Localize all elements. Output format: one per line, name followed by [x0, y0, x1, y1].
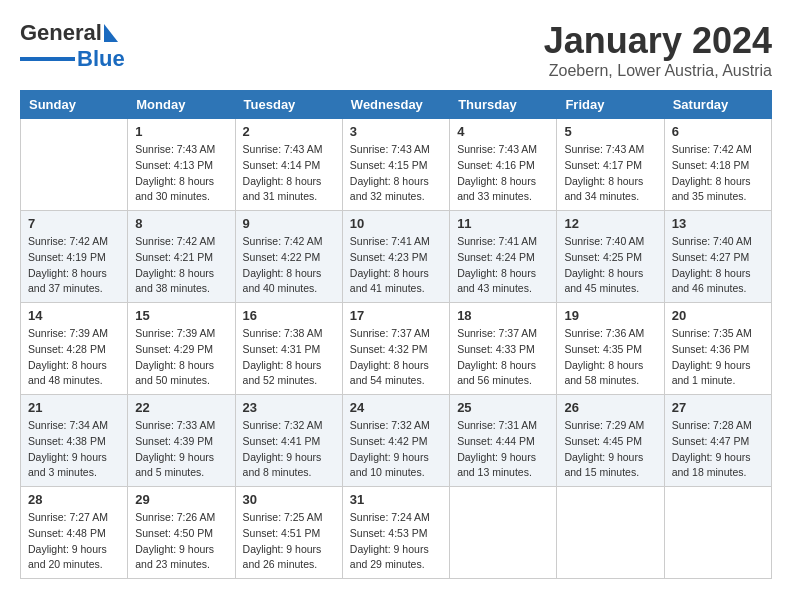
- month-title: January 2024: [544, 20, 772, 62]
- sunset: Sunset: 4:45 PM: [564, 435, 642, 447]
- sunset: Sunset: 4:36 PM: [672, 343, 750, 355]
- day-info: Sunrise: 7:32 AM Sunset: 4:41 PM Dayligh…: [243, 418, 335, 481]
- day-number: 31: [350, 492, 442, 507]
- sunrise: Sunrise: 7:39 AM: [28, 327, 108, 339]
- calendar-cell: 8 Sunrise: 7:42 AM Sunset: 4:21 PM Dayli…: [128, 211, 235, 303]
- day-number: 13: [672, 216, 764, 231]
- day-number: 25: [457, 400, 549, 415]
- sunrise: Sunrise: 7:32 AM: [243, 419, 323, 431]
- day-number: 4: [457, 124, 549, 139]
- week-row-5: 28 Sunrise: 7:27 AM Sunset: 4:48 PM Dayl…: [21, 487, 772, 579]
- logo: General Blue: [20, 20, 125, 72]
- day-info: Sunrise: 7:43 AM Sunset: 4:15 PM Dayligh…: [350, 142, 442, 205]
- col-monday: Monday: [128, 91, 235, 119]
- sunrise: Sunrise: 7:34 AM: [28, 419, 108, 431]
- day-number: 23: [243, 400, 335, 415]
- calendar-cell: 9 Sunrise: 7:42 AM Sunset: 4:22 PM Dayli…: [235, 211, 342, 303]
- daylight: Daylight: 8 hours and 37 minutes.: [28, 267, 107, 295]
- calendar-cell: 5 Sunrise: 7:43 AM Sunset: 4:17 PM Dayli…: [557, 119, 664, 211]
- day-info: Sunrise: 7:37 AM Sunset: 4:32 PM Dayligh…: [350, 326, 442, 389]
- sunrise: Sunrise: 7:42 AM: [28, 235, 108, 247]
- sunrise: Sunrise: 7:41 AM: [457, 235, 537, 247]
- sunset: Sunset: 4:25 PM: [564, 251, 642, 263]
- day-number: 10: [350, 216, 442, 231]
- day-info: Sunrise: 7:34 AM Sunset: 4:38 PM Dayligh…: [28, 418, 120, 481]
- sunset: Sunset: 4:28 PM: [28, 343, 106, 355]
- calendar-cell: 1 Sunrise: 7:43 AM Sunset: 4:13 PM Dayli…: [128, 119, 235, 211]
- calendar-cell: 3 Sunrise: 7:43 AM Sunset: 4:15 PM Dayli…: [342, 119, 449, 211]
- day-info: Sunrise: 7:39 AM Sunset: 4:29 PM Dayligh…: [135, 326, 227, 389]
- calendar-cell: 21 Sunrise: 7:34 AM Sunset: 4:38 PM Dayl…: [21, 395, 128, 487]
- sunrise: Sunrise: 7:43 AM: [135, 143, 215, 155]
- title-block: January 2024 Zoebern, Lower Austria, Aus…: [544, 20, 772, 80]
- sunrise: Sunrise: 7:43 AM: [564, 143, 644, 155]
- daylight: Daylight: 9 hours and 23 minutes.: [135, 543, 214, 571]
- sunrise: Sunrise: 7:29 AM: [564, 419, 644, 431]
- col-thursday: Thursday: [450, 91, 557, 119]
- day-info: Sunrise: 7:43 AM Sunset: 4:14 PM Dayligh…: [243, 142, 335, 205]
- sunset: Sunset: 4:15 PM: [350, 159, 428, 171]
- day-info: Sunrise: 7:43 AM Sunset: 4:13 PM Dayligh…: [135, 142, 227, 205]
- day-number: 27: [672, 400, 764, 415]
- day-number: 5: [564, 124, 656, 139]
- day-number: 2: [243, 124, 335, 139]
- sunset: Sunset: 4:35 PM: [564, 343, 642, 355]
- sunset: Sunset: 4:42 PM: [350, 435, 428, 447]
- calendar-cell: 11 Sunrise: 7:41 AM Sunset: 4:24 PM Dayl…: [450, 211, 557, 303]
- day-number: 11: [457, 216, 549, 231]
- daylight: Daylight: 9 hours and 5 minutes.: [135, 451, 214, 479]
- sunrise: Sunrise: 7:38 AM: [243, 327, 323, 339]
- calendar-cell: 20 Sunrise: 7:35 AM Sunset: 4:36 PM Dayl…: [664, 303, 771, 395]
- sunrise: Sunrise: 7:43 AM: [350, 143, 430, 155]
- daylight: Daylight: 8 hours and 48 minutes.: [28, 359, 107, 387]
- day-number: 26: [564, 400, 656, 415]
- daylight: Daylight: 8 hours and 32 minutes.: [350, 175, 429, 203]
- sunset: Sunset: 4:53 PM: [350, 527, 428, 539]
- day-number: 3: [350, 124, 442, 139]
- calendar-cell: 29 Sunrise: 7:26 AM Sunset: 4:50 PM Dayl…: [128, 487, 235, 579]
- sunrise: Sunrise: 7:33 AM: [135, 419, 215, 431]
- sunrise: Sunrise: 7:40 AM: [564, 235, 644, 247]
- calendar-cell: 19 Sunrise: 7:36 AM Sunset: 4:35 PM Dayl…: [557, 303, 664, 395]
- logo-blue-text: Blue: [77, 46, 125, 72]
- day-info: Sunrise: 7:33 AM Sunset: 4:39 PM Dayligh…: [135, 418, 227, 481]
- sunset: Sunset: 4:48 PM: [28, 527, 106, 539]
- calendar-cell: 7 Sunrise: 7:42 AM Sunset: 4:19 PM Dayli…: [21, 211, 128, 303]
- day-number: 6: [672, 124, 764, 139]
- calendar-cell: 4 Sunrise: 7:43 AM Sunset: 4:16 PM Dayli…: [450, 119, 557, 211]
- sunrise: Sunrise: 7:35 AM: [672, 327, 752, 339]
- week-row-3: 14 Sunrise: 7:39 AM Sunset: 4:28 PM Dayl…: [21, 303, 772, 395]
- day-number: 24: [350, 400, 442, 415]
- sunset: Sunset: 4:14 PM: [243, 159, 321, 171]
- calendar-cell: 17 Sunrise: 7:37 AM Sunset: 4:32 PM Dayl…: [342, 303, 449, 395]
- calendar-cell: 10 Sunrise: 7:41 AM Sunset: 4:23 PM Dayl…: [342, 211, 449, 303]
- sunrise: Sunrise: 7:36 AM: [564, 327, 644, 339]
- sunrise: Sunrise: 7:24 AM: [350, 511, 430, 523]
- sunset: Sunset: 4:44 PM: [457, 435, 535, 447]
- sunrise: Sunrise: 7:39 AM: [135, 327, 215, 339]
- calendar-cell: 2 Sunrise: 7:43 AM Sunset: 4:14 PM Dayli…: [235, 119, 342, 211]
- day-number: 16: [243, 308, 335, 323]
- sunset: Sunset: 4:21 PM: [135, 251, 213, 263]
- sunrise: Sunrise: 7:28 AM: [672, 419, 752, 431]
- col-tuesday: Tuesday: [235, 91, 342, 119]
- calendar-cell: 12 Sunrise: 7:40 AM Sunset: 4:25 PM Dayl…: [557, 211, 664, 303]
- calendar-cell: 22 Sunrise: 7:33 AM Sunset: 4:39 PM Dayl…: [128, 395, 235, 487]
- day-number: 1: [135, 124, 227, 139]
- sunset: Sunset: 4:41 PM: [243, 435, 321, 447]
- calendar-cell: 30 Sunrise: 7:25 AM Sunset: 4:51 PM Dayl…: [235, 487, 342, 579]
- daylight: Daylight: 9 hours and 1 minute.: [672, 359, 751, 387]
- sunrise: Sunrise: 7:42 AM: [135, 235, 215, 247]
- calendar-cell: 31 Sunrise: 7:24 AM Sunset: 4:53 PM Dayl…: [342, 487, 449, 579]
- day-info: Sunrise: 7:43 AM Sunset: 4:17 PM Dayligh…: [564, 142, 656, 205]
- daylight: Daylight: 9 hours and 3 minutes.: [28, 451, 107, 479]
- daylight: Daylight: 8 hours and 50 minutes.: [135, 359, 214, 387]
- day-number: 29: [135, 492, 227, 507]
- day-info: Sunrise: 7:42 AM Sunset: 4:22 PM Dayligh…: [243, 234, 335, 297]
- sunset: Sunset: 4:27 PM: [672, 251, 750, 263]
- daylight: Daylight: 9 hours and 18 minutes.: [672, 451, 751, 479]
- day-info: Sunrise: 7:32 AM Sunset: 4:42 PM Dayligh…: [350, 418, 442, 481]
- daylight: Daylight: 8 hours and 41 minutes.: [350, 267, 429, 295]
- calendar-cell: [21, 119, 128, 211]
- day-info: Sunrise: 7:38 AM Sunset: 4:31 PM Dayligh…: [243, 326, 335, 389]
